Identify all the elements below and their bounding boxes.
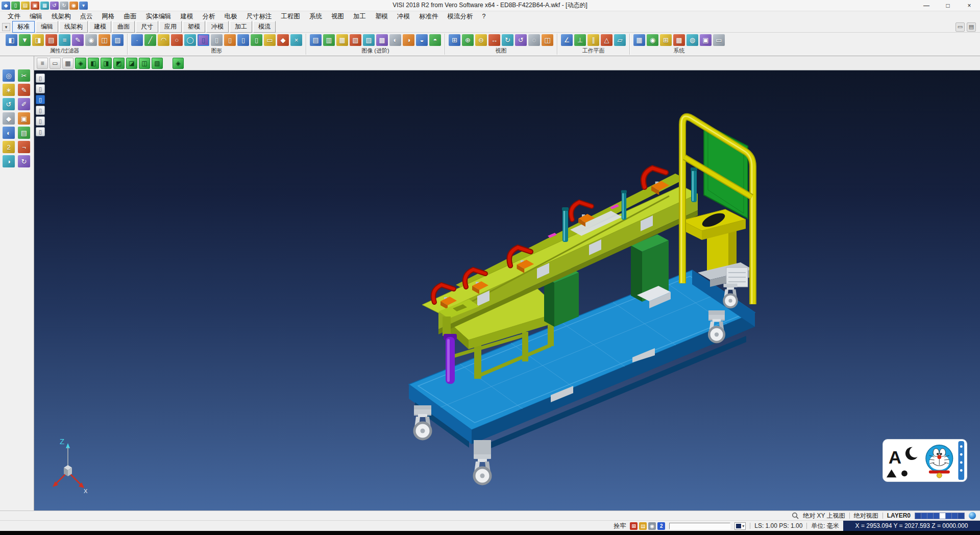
workbench-tab[interactable]: 线架构 [59,21,88,33]
workbench-tab[interactable]: 冲模 [206,21,229,33]
open-file-icon[interactable]: ▤ [21,2,30,10]
menu-item[interactable]: 分析 [198,11,220,22]
lighting-icon[interactable]: ◑ [403,34,414,46]
arc-icon[interactable]: ◠ [158,34,169,46]
measure-icon[interactable]: ¬ [18,141,30,153]
lasso-icon[interactable]: ↺ [3,98,15,110]
render-mode-icon[interactable] [969,512,976,519]
pencil-icon[interactable]: ✎ [18,84,30,96]
mask-icon[interactable]: ◑ [3,155,15,167]
visi-logo-icon[interactable]: ◆ [2,2,10,10]
clipboard-icon[interactable]: ▯ [36,116,45,126]
transparency-icon[interactable]: ▩ [376,34,388,46]
redo-icon[interactable]: ↻ [60,2,68,10]
undo-icon[interactable]: ↺ [50,2,59,10]
menu-item[interactable]: ? [478,12,491,21]
ellipse-icon[interactable]: ◯ [184,34,196,46]
viewport-menu-icon[interactable]: ≡ [37,58,48,69]
section-view-icon[interactable]: ◐ [389,34,401,46]
clipboard-icon[interactable]: ▯ [36,127,45,136]
linetype-icon[interactable]: ≡ [59,34,70,46]
menu-item[interactable]: 文件 [3,11,25,22]
layer-color-swatch[interactable] [958,513,964,519]
view-iso-icon[interactable]: ◈ [173,58,184,69]
maximize-button[interactable]: □ [937,0,959,11]
workbench-tab[interactable]: 塑模 [183,21,205,33]
view-mode-label[interactable]: 绝对视图 [854,512,878,520]
pen-style-icon[interactable]: ✎ [72,34,84,46]
color-palette-icon[interactable]: ▤ [639,522,647,530]
polygon-icon[interactable]: ◆ [277,34,289,46]
plane-off-icon[interactable]: ▱ [614,34,626,46]
help-2-icon[interactable]: 2 [3,141,15,153]
workbench-tab[interactable]: 标准 [12,21,35,33]
texture-icon[interactable]: ▨ [363,34,375,46]
cad-scene[interactable]: Z X [34,70,980,510]
menu-item[interactable]: 曲面 [119,11,141,22]
search-icon[interactable] [792,512,799,519]
menu-item[interactable]: 模流分析 [443,11,478,22]
solids-icon[interactable]: ◆ [3,112,15,125]
slot-icon[interactable]: ▯ [224,34,236,46]
menu-item[interactable]: 网格 [97,11,119,22]
pan-icon[interactable]: ↔ [488,34,500,46]
plane-parallel-icon[interactable]: ∥ [587,34,599,46]
plane-normal-icon[interactable]: ⊥ [574,34,586,46]
shaded-icon[interactable]: ▦ [336,34,348,46]
menu-item[interactable]: 加工 [349,11,371,22]
redraw-icon[interactable]: ◌ [528,34,540,46]
lock-filter-icon[interactable]: ◫ [99,34,110,46]
menu-item[interactable]: 工程图 [277,11,305,22]
zoom-all-icon[interactable]: ⊕ [462,34,474,46]
refresh-icon[interactable]: ↻ [18,155,30,167]
raster-icon[interactable]: ◍ [687,34,698,46]
color-edit-icon[interactable]: ◨ [32,34,44,46]
view-back-icon[interactable]: ◫ [139,58,150,69]
view-top-icon[interactable]: ◧ [88,58,99,69]
hidden-line-icon[interactable]: ▥ [323,34,335,46]
layer-color-swatch[interactable] [927,513,934,519]
workbench-tab[interactable]: 应用 [159,21,182,33]
menu-item[interactable]: 尺寸标注 [242,11,277,22]
cad-model-cart[interactable] [409,116,755,484]
shade-icon[interactable]: ◐ [3,127,15,139]
magnet-icon[interactable]: ◎ [3,69,15,82]
sheet-icon[interactable]: ▣ [18,112,30,125]
zoom-out-icon[interactable]: ⊖ [475,34,487,46]
menu-item[interactable]: 编辑 [25,11,47,22]
clipboard-icon[interactable]: ▯ [36,106,45,115]
point-icon[interactable]: · [131,34,143,46]
view-orientation-label[interactable]: 绝对 XY 上视图 [803,512,845,520]
view-left-icon[interactable]: ◪ [126,58,137,69]
ruler-icon[interactable]: ▭ [713,34,725,46]
background-icon[interactable]: ◒ [416,34,428,46]
wireframe-icon[interactable]: ▤ [310,34,322,46]
layers-icon[interactable]: ▤ [18,127,30,139]
menu-item[interactable]: 点云 [76,11,97,22]
world-icon[interactable]: ◉ [647,34,658,46]
cylinder-icon[interactable]: ▯ [198,34,209,46]
layer-color-swatch[interactable] [934,513,940,519]
zoom-window-icon[interactable]: ⊞ [449,34,460,46]
color-table-icon[interactable]: ▦ [633,34,645,46]
scissors-icon[interactable]: ✂ [18,69,30,82]
layer-color-swatch[interactable] [946,513,952,519]
close-button[interactable]: × [959,0,980,11]
print-icon[interactable]: ▦ [40,2,49,10]
pen-icon[interactable]: ✐ [18,98,30,110]
menu-item[interactable]: 冲模 [393,11,414,22]
clipboard-icon[interactable]: ▯ [36,74,45,83]
layer-color-strip[interactable] [915,513,965,519]
gear-icon[interactable]: ◉ [648,522,656,530]
snap-settings-icon[interactable]: ▩ [673,34,685,46]
menu-item[interactable]: 视图 [327,11,349,22]
circle-icon[interactable]: ○ [171,34,183,46]
named-views-icon[interactable]: ◫ [542,34,553,46]
document-tab-icon[interactable]: ▤ [967,22,976,32]
options-icon[interactable]: ◉ [69,2,78,10]
rotate-view-icon[interactable]: ↻ [502,34,513,46]
grid-settings-icon[interactable]: ⊞ [660,34,672,46]
previous-view-icon[interactable]: ↺ [515,34,527,46]
snap-point-icon[interactable]: ∗ [3,84,15,96]
rectangle-icon[interactable]: ▭ [264,34,276,46]
